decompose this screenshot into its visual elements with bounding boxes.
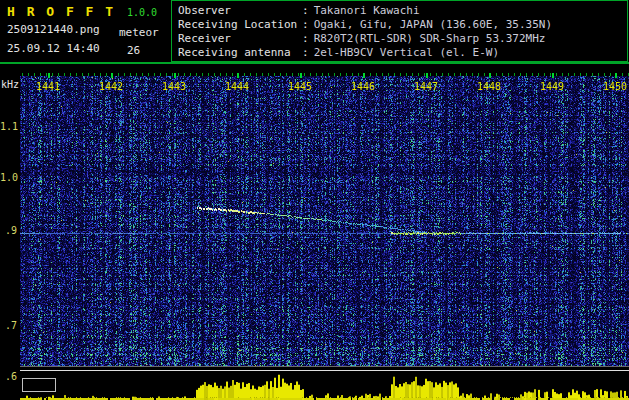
header-divider-line [0, 62, 629, 64]
hrofft-output-image: H R O F F T 1.0.0 2509121440.png meteor … [0, 0, 629, 400]
info-value: Ogaki, Gifu, JAPAN (136.60E, 35.35N) [314, 18, 552, 31]
info-row-location: Receiving Location:Ogaki, Gifu, JAPAN (1… [178, 18, 627, 32]
y-axis-label: .6 [0, 371, 17, 382]
info-value: R820T2(RTL-SDR) SDR-Sharp 53.372MHz [314, 32, 546, 45]
info-row-observer: Observer:Takanori Kawachi [178, 4, 627, 18]
x-axis-label: 1446 [349, 81, 377, 92]
y-axis-label: .9 [0, 225, 17, 236]
y-axis-label: .7 [0, 320, 17, 331]
info-separator: : [302, 32, 309, 45]
info-separator: : [302, 18, 309, 31]
info-label: Receiving Location [178, 18, 302, 31]
info-label: Receiving antenna [178, 46, 302, 59]
x-axis-label: 1448 [475, 81, 503, 92]
x-axis-label: 1450 [601, 81, 629, 92]
x-axis-label: 1449 [538, 81, 566, 92]
y-axis-unit: kHz [1, 79, 19, 90]
info-row-receiver: Receiver:R820T2(RTL-SDR) SDR-Sharp 53.37… [178, 32, 627, 46]
info-row-antenna: Receiving antenna:2el-HB9CV Vertical (el… [178, 46, 627, 60]
y-axis-label: 1.1 [0, 121, 17, 132]
echo-count: 26 [127, 44, 140, 57]
info-label: Receiver [178, 32, 302, 45]
info-separator: : [302, 46, 309, 59]
station-info-panel: Observer:Takanori Kawachi Receiving Loca… [171, 0, 628, 62]
spectrogram-canvas [20, 73, 629, 400]
x-axis-label: 1443 [160, 81, 188, 92]
mode-label: meteor [119, 26, 159, 39]
info-value: 2el-HB9CV Vertical (el. E-W) [314, 46, 499, 59]
record-datetime: 25.09.12 14:40 [7, 42, 100, 55]
y-axis-label: 1.0 [0, 172, 17, 183]
x-axis-label: 1445 [286, 81, 314, 92]
x-axis-label: 1441 [34, 81, 62, 92]
info-separator: : [302, 4, 309, 17]
output-filename: 2509121440.png [7, 23, 100, 36]
info-label: Observer [178, 4, 302, 17]
x-axis-label: 1442 [97, 81, 125, 92]
app-title: H R O F F T [7, 4, 115, 19]
x-axis-label: 1447 [412, 81, 440, 92]
info-value: Takanori Kawachi [314, 4, 420, 17]
x-axis-label: 1444 [223, 81, 251, 92]
app-version: 1.0.0 [127, 7, 157, 18]
